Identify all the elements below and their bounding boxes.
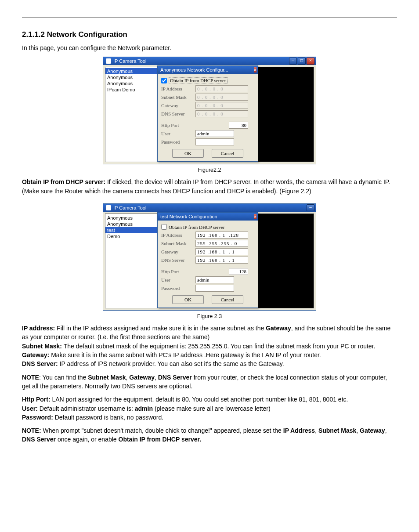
password-label: Password bbox=[161, 286, 195, 291]
http-port-label: Http Port bbox=[161, 269, 195, 274]
ok-button[interactable]: OK bbox=[172, 295, 204, 304]
text: once again, or enable bbox=[56, 436, 118, 443]
preview-area: Anonymous Network Configur... × Obtain I… bbox=[159, 67, 314, 162]
device-list: Anonymous Anonymous Anonymous IPcam Demo bbox=[105, 67, 158, 162]
gateway-label: Gateway bbox=[161, 249, 195, 254]
dhcp-term: Obtain IP from DHCP server: bbox=[22, 178, 105, 185]
device-list-item[interactable]: Demo bbox=[105, 233, 157, 239]
dialog-title: Anonymous Network Configur... bbox=[160, 67, 254, 72]
close-button[interactable]: × bbox=[307, 58, 314, 65]
text: , bbox=[315, 427, 318, 434]
text: (please make sure all are lowercase lett… bbox=[153, 405, 271, 412]
subnet-mask-label: Subnet Mask bbox=[161, 241, 195, 246]
ok-button[interactable]: OK bbox=[172, 149, 204, 158]
device-list-item[interactable]: test bbox=[105, 227, 157, 233]
gateway-term: Gateway: bbox=[22, 351, 49, 358]
note-term: NOTE: bbox=[22, 427, 41, 434]
top-rule bbox=[22, 18, 397, 18]
app-title: IP Camera Tool bbox=[113, 205, 307, 210]
dialog-close-button[interactable]: × bbox=[254, 214, 256, 219]
section-heading: 2.1.1.2 Network Configuration bbox=[22, 30, 397, 39]
user-input[interactable] bbox=[195, 276, 234, 283]
user-input[interactable] bbox=[195, 130, 234, 137]
text: The default subnet mask of the equipment… bbox=[62, 343, 375, 350]
password-input[interactable] bbox=[195, 138, 234, 145]
http-port-input[interactable] bbox=[229, 122, 248, 129]
figure-2-2-caption: Figure2.2 bbox=[22, 166, 397, 174]
dhcp-paragraph: Obtain IP from DHCP server: If clicked, … bbox=[22, 177, 397, 195]
text: Fill in the IP address assigned and make… bbox=[55, 325, 266, 332]
note-1-paragraph: NOTE: You can find the Subnet Mask, Gate… bbox=[22, 373, 397, 391]
text: Default password is bank, no password. bbox=[53, 414, 163, 421]
ip-address-input[interactable] bbox=[195, 85, 248, 92]
password-input[interactable] bbox=[195, 285, 234, 292]
term: DNS Server bbox=[22, 436, 56, 443]
term: DNS Server bbox=[158, 374, 192, 381]
password-label: Password bbox=[161, 139, 195, 145]
text: Make sure it is in the same subnet with … bbox=[49, 351, 321, 358]
term: Subnet Mask bbox=[88, 374, 126, 381]
intro-text: In this page, you can configure the Netw… bbox=[22, 43, 397, 52]
subnet-mask-label: Subnet Mask bbox=[161, 94, 195, 100]
subnet-term: Subnet Mask: bbox=[22, 343, 62, 350]
dhcp-checkbox[interactable] bbox=[161, 224, 167, 230]
cancel-button[interactable]: Cancel bbox=[212, 149, 243, 158]
http-port-label: Http Port bbox=[161, 123, 195, 128]
screenshot-figure-2-2: IP Camera Tool – □ × Anonymous Anonymous… bbox=[103, 57, 316, 164]
dhcp-label: Obtain IP from DHCP server bbox=[169, 77, 228, 83]
gateway-input[interactable] bbox=[195, 102, 248, 109]
http-port-input[interactable] bbox=[229, 268, 248, 275]
ip-address-label: IP Address bbox=[161, 232, 195, 238]
http-port-term: Http Port: bbox=[22, 396, 51, 403]
app-title: IP Camera Tool bbox=[113, 58, 289, 64]
dns-server-input[interactable] bbox=[195, 257, 248, 264]
term: Obtain IP from DHCP server. bbox=[119, 436, 202, 443]
term: Gateway bbox=[129, 374, 155, 381]
device-list-item[interactable]: Anonymous bbox=[105, 74, 157, 80]
password-term: Password: bbox=[22, 414, 53, 421]
text: Default administrator username is: bbox=[38, 405, 135, 412]
device-list-item[interactable]: Anonymous bbox=[105, 215, 157, 221]
text: : You can find the bbox=[39, 374, 88, 381]
preview-area: test Network Configuration × Obtain IP f… bbox=[159, 214, 314, 308]
dialog-title: test Network Configuration bbox=[160, 214, 254, 219]
subnet-mask-input[interactable] bbox=[195, 94, 248, 101]
device-list-item[interactable]: Anonymous bbox=[105, 221, 157, 227]
ip-address-term: IP address: bbox=[22, 325, 55, 332]
network-config-dialog: Anonymous Network Configur... × Obtain I… bbox=[157, 65, 258, 162]
dns-term: DNS Server: bbox=[22, 360, 58, 367]
text: IP address of IPS network provider. You … bbox=[58, 360, 284, 367]
http-port-paragraph: Http Port: LAN port assigned for the equ… bbox=[22, 395, 397, 422]
subnet-mask-input[interactable] bbox=[195, 240, 248, 247]
device-list-item[interactable]: Anonymous bbox=[105, 80, 157, 87]
app-icon bbox=[106, 205, 111, 210]
gateway-term: Gateway bbox=[266, 325, 291, 332]
gateway-input[interactable] bbox=[195, 248, 248, 255]
term: admin bbox=[135, 405, 153, 412]
device-list: Anonymous Anonymous test Demo bbox=[105, 214, 158, 308]
dhcp-label: Obtain IP from DHCP server bbox=[169, 224, 225, 230]
dialog-close-button[interactable]: × bbox=[254, 67, 256, 72]
dns-server-input[interactable] bbox=[195, 110, 248, 117]
figure-2-3-caption: Figure 2.3 bbox=[22, 312, 397, 320]
device-list-item[interactable]: Anonymous bbox=[105, 68, 157, 74]
text: , bbox=[385, 427, 387, 434]
minimize-button[interactable]: – bbox=[307, 204, 314, 211]
ip-address-label: IP Address bbox=[161, 86, 195, 91]
term: IP Address bbox=[283, 427, 315, 434]
maximize-button[interactable]: □ bbox=[298, 58, 306, 65]
ip-address-input[interactable] bbox=[195, 232, 248, 239]
cancel-button[interactable]: Cancel bbox=[212, 295, 243, 304]
text: When prompt "subnet doesn't match, doubl… bbox=[41, 427, 283, 434]
ip-address-paragraph: IP address: Fill in the IP address assig… bbox=[22, 324, 397, 368]
user-term: User: bbox=[22, 405, 38, 412]
minimize-button[interactable]: – bbox=[289, 58, 297, 65]
text: , bbox=[155, 374, 158, 381]
dns-server-label: DNS Server bbox=[161, 111, 195, 116]
screenshot-figure-2-3: IP Camera Tool – Anonymous Anonymous tes… bbox=[103, 203, 316, 311]
dhcp-checkbox[interactable] bbox=[161, 78, 167, 83]
app-icon bbox=[106, 58, 111, 64]
device-list-item[interactable]: IPcam Demo bbox=[105, 87, 157, 93]
term: Gateway bbox=[360, 427, 385, 434]
network-config-dialog: test Network Configuration × Obtain IP f… bbox=[157, 212, 258, 308]
